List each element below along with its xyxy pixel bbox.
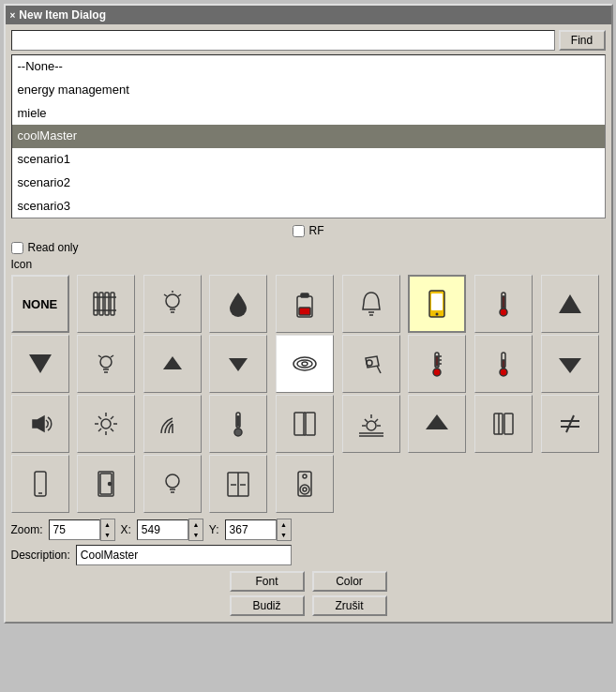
title-bar: × New Item Dialog xyxy=(6,6,611,24)
rf-label: RF xyxy=(309,224,324,237)
list-item[interactable]: energy management xyxy=(12,79,605,102)
x-input[interactable] xyxy=(137,519,188,540)
icon-radiator[interactable] xyxy=(77,275,135,333)
svg-point-95 xyxy=(303,474,307,478)
ok-cancel-row: Budiž Zrušit xyxy=(11,595,606,616)
svg-rect-92 xyxy=(298,472,311,496)
svg-rect-45 xyxy=(503,360,504,368)
dialog-body: Find --None-- energy management miele co… xyxy=(6,24,611,622)
description-label: Description: xyxy=(11,549,70,562)
zoom-spinner: ▲ ▼ xyxy=(100,519,115,541)
icon-sound-waves[interactable] xyxy=(11,395,69,453)
list-item[interactable]: scenario1 xyxy=(12,148,605,172)
font-button[interactable]: Font xyxy=(230,571,305,592)
new-item-dialog: × New Item Dialog Find --None-- energy m… xyxy=(4,4,613,624)
svg-marker-46 xyxy=(559,358,581,373)
icon-thermometer[interactable] xyxy=(474,275,533,333)
svg-marker-24 xyxy=(29,354,52,373)
svg-rect-13 xyxy=(301,293,308,297)
icon-arrow-up2[interactable] xyxy=(143,335,202,393)
color-button[interactable]: Color xyxy=(312,571,387,592)
icon-wave[interactable] xyxy=(276,335,334,393)
svg-point-48 xyxy=(101,419,111,429)
svg-point-65 xyxy=(367,421,376,430)
icon-sunset[interactable] xyxy=(342,395,400,453)
svg-rect-62 xyxy=(306,413,315,435)
svg-marker-73 xyxy=(426,414,448,429)
zoom-up-button[interactable]: ▲ xyxy=(101,519,114,530)
x-up-button[interactable]: ▲ xyxy=(189,519,203,530)
icon-lightbulb-small[interactable] xyxy=(77,335,135,393)
icon-door[interactable] xyxy=(77,455,135,513)
icon-thermometer3[interactable] xyxy=(474,335,533,393)
font-color-row: Font Color xyxy=(11,571,606,592)
description-input[interactable] xyxy=(76,545,292,565)
icon-speaker[interactable] xyxy=(276,455,334,513)
icon-sun[interactable] xyxy=(77,395,135,453)
icon-section-label: Icon xyxy=(11,258,606,271)
icon-book2[interactable] xyxy=(474,395,533,453)
zoom-down-button[interactable]: ▼ xyxy=(101,530,114,540)
icon-arrow-up[interactable] xyxy=(541,275,599,333)
icon-hairdryer[interactable] xyxy=(342,335,400,393)
svg-marker-30 xyxy=(163,356,182,369)
y-down-button[interactable]: ▼ xyxy=(278,530,291,540)
find-button[interactable]: Find xyxy=(559,30,606,51)
rf-checkbox[interactable] xyxy=(293,225,305,237)
icon-bell[interactable] xyxy=(342,275,400,333)
svg-line-29 xyxy=(98,355,101,357)
svg-rect-18 xyxy=(431,293,443,310)
svg-rect-60 xyxy=(237,416,239,426)
search-row: Find xyxy=(11,30,606,51)
icon-arrow-up3[interactable] xyxy=(408,395,466,453)
icon-sliding-door[interactable] xyxy=(209,455,267,513)
description-row: Description: xyxy=(11,545,606,565)
svg-rect-1 xyxy=(99,293,103,315)
icon-thermometer2[interactable] xyxy=(408,335,466,393)
svg-line-28 xyxy=(111,355,113,357)
list-item-selected[interactable]: coolMaster xyxy=(12,125,605,148)
x-down-button[interactable]: ▼ xyxy=(189,530,203,540)
icon-battery[interactable] xyxy=(276,275,334,333)
svg-marker-47 xyxy=(33,416,44,431)
svg-marker-31 xyxy=(229,358,248,371)
svg-line-55 xyxy=(111,416,113,419)
svg-point-94 xyxy=(303,488,307,491)
svg-point-34 xyxy=(302,362,308,366)
icon-lightbulb-small2[interactable] xyxy=(143,455,202,513)
svg-rect-14 xyxy=(299,308,310,315)
icon-signal-waves[interactable] xyxy=(143,395,202,453)
cancel-button[interactable]: Zrušit xyxy=(312,595,387,616)
icon-arrow-down-v2[interactable] xyxy=(541,335,599,393)
search-input[interactable] xyxy=(11,30,555,51)
zoom-label: Zoom: xyxy=(11,523,43,536)
ok-button[interactable]: Budiž xyxy=(230,595,305,616)
list-item[interactable]: scenario2 xyxy=(12,172,605,195)
icon-arrow-down2[interactable] xyxy=(209,335,267,393)
y-up-button[interactable]: ▲ xyxy=(278,519,291,530)
icon-none[interactable]: NONE xyxy=(11,275,69,333)
list-item[interactable]: miele xyxy=(12,102,605,126)
list-item[interactable]: --None-- xyxy=(12,55,605,79)
zoom-row: Zoom: 75 ▲ ▼ X: ▲ ▼ Y: ▲ xyxy=(11,519,606,541)
svg-point-35 xyxy=(367,360,372,366)
icon-not-equal[interactable] xyxy=(541,395,599,453)
icon-lightbulb-alt[interactable] xyxy=(143,275,202,333)
y-input[interactable] xyxy=(225,519,277,540)
icon-book[interactable] xyxy=(276,395,334,453)
close-icon[interactable]: × xyxy=(10,10,16,21)
zoom-field: 75 ▲ ▼ xyxy=(49,519,115,541)
svg-rect-39 xyxy=(436,356,438,366)
icon-thermometer4[interactable] xyxy=(209,395,267,453)
icon-arrow-down-filled[interactable] xyxy=(11,335,69,393)
svg-point-44 xyxy=(500,369,507,376)
list-item[interactable]: scenario3 xyxy=(12,195,605,218)
icon-water-drop[interactable] xyxy=(209,275,267,333)
zoom-input[interactable]: 75 xyxy=(49,519,100,540)
readonly-checkbox[interactable] xyxy=(11,242,23,254)
svg-rect-2 xyxy=(105,293,109,315)
item-list[interactable]: --None-- energy management miele coolMas… xyxy=(11,54,606,218)
svg-point-19 xyxy=(436,313,439,316)
icon-phone-yellow[interactable] xyxy=(408,275,466,333)
icon-phone-vertical[interactable] xyxy=(11,455,69,513)
